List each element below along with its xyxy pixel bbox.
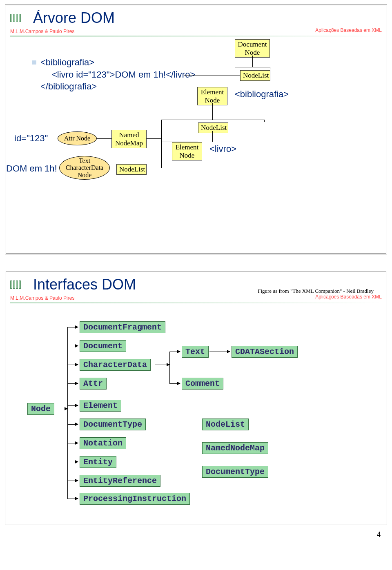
arrow xyxy=(67,499,78,499)
box-document-type-1: DocumentType xyxy=(80,419,146,430)
slide-interfaces-dom: Interfaces DOM Aplicações Baseadas em XM… xyxy=(5,271,387,525)
box-comment: Comment xyxy=(182,378,223,390)
bullet-icon xyxy=(32,60,36,65)
code-line-2: <livro id="123">DOM em 1h!</livro> xyxy=(40,69,195,81)
arrow xyxy=(209,352,230,352)
course-name: Aplicações Baseadas em XML xyxy=(315,27,382,33)
oval-text-node: TextCharacterDataNode xyxy=(59,156,110,180)
box-processing-instruction: ProcessingInstruction xyxy=(80,493,190,505)
box-entity: Entity xyxy=(80,456,116,468)
box-document: Document xyxy=(80,340,126,352)
connector xyxy=(67,327,68,499)
box-text: Text xyxy=(182,346,209,358)
label-id123: id="123" xyxy=(14,133,48,144)
oval-attr-node: Attr Node xyxy=(58,131,97,145)
connector xyxy=(252,56,253,67)
box-document-type-2: DocumentType xyxy=(202,466,268,478)
box-document-node: DocumentNode xyxy=(235,39,270,58)
box-element-livro: ElementNode xyxy=(172,142,202,160)
label-dom-em-1h: DOM em 1h! xyxy=(6,163,57,174)
arrow xyxy=(169,383,180,384)
connector xyxy=(235,67,270,67)
connector xyxy=(155,365,169,365)
box-nodelist-3: NodeList xyxy=(116,164,147,175)
slide1-byline: Aplicações Baseadas em XML M.L.M.Campos … xyxy=(6,27,386,36)
code-snippet: <bibliografia> <livro id="123">DOM em 1h… xyxy=(40,56,195,93)
arrow xyxy=(169,352,180,352)
slide1-header: Árvore DOM xyxy=(6,5,386,27)
connector xyxy=(161,142,162,168)
label-livro: <livro> xyxy=(209,144,236,154)
connector xyxy=(184,76,184,88)
arrow xyxy=(67,346,78,346)
box-node: Node xyxy=(27,403,54,415)
connector xyxy=(161,120,264,120)
box-named-node-map: NamedNodeMap xyxy=(202,442,268,454)
xml-logo-icon xyxy=(10,12,30,24)
box-entity-reference: EntityReference xyxy=(80,475,160,487)
slide2-byline: Aplicações Baseadas em XML M.L.M.Campos … xyxy=(6,294,386,302)
page-number: 4 xyxy=(377,530,381,539)
xml-logo-icon xyxy=(10,279,30,290)
slide1-title: Árvore DOM xyxy=(33,9,115,27)
connector xyxy=(147,168,161,168)
box-nodelist-2: NodeList xyxy=(198,122,228,133)
box-nodelist: NodeList xyxy=(202,419,249,430)
arrow xyxy=(67,365,78,365)
connector xyxy=(270,67,270,69)
box-character-data: CharacterData xyxy=(80,359,151,371)
slide1-diagram: <bibliografia> <livro id="123">DOM em 1h… xyxy=(6,37,386,245)
slide2-diagram: Figure as from "The XML Companion" - Nei… xyxy=(6,303,386,516)
box-attr: Attr xyxy=(80,378,107,390)
label-bibliografia: <bibliografia> xyxy=(235,89,289,100)
arrow xyxy=(67,443,78,443)
connector xyxy=(97,138,111,139)
connector xyxy=(235,67,235,69)
code-line-3: </bibliografia> xyxy=(40,80,195,93)
connector xyxy=(212,103,213,120)
connector xyxy=(184,76,240,76)
box-cdata-section: CDATASection xyxy=(232,346,298,358)
author-name: M.L.M.Campos & Paulo Pires xyxy=(10,295,74,301)
code-line-1: <bibliografia> xyxy=(40,56,195,69)
arrow xyxy=(67,462,78,462)
box-nodelist-1: NodeList xyxy=(240,70,270,81)
box-element: Element xyxy=(80,400,121,412)
arrow xyxy=(67,405,78,406)
connector xyxy=(110,168,116,168)
connector xyxy=(53,409,67,409)
arrow xyxy=(67,424,78,425)
author-name: M.L.M.Campos & Paulo Pires xyxy=(10,29,74,35)
slide2-title: Interfaces DOM xyxy=(33,276,136,293)
connector xyxy=(264,120,265,122)
box-element-bibliografia: ElementNode xyxy=(197,87,227,105)
box-notation: Notation xyxy=(80,437,126,449)
box-named-nodemap: NamedNodeMap xyxy=(111,130,147,148)
figure-attribution: Figure as from "The XML Companion" - Nei… xyxy=(258,288,374,294)
box-document-fragment: DocumentFragment xyxy=(80,321,165,333)
arrow xyxy=(67,481,78,481)
course-name: Aplicações Baseadas em XML xyxy=(315,294,382,300)
connector xyxy=(212,131,213,142)
arrow xyxy=(67,327,78,327)
code-snippet-row: <bibliografia> <livro id="123">DOM em 1h… xyxy=(32,56,195,93)
arrow xyxy=(67,383,78,384)
connector xyxy=(169,352,170,383)
slide-arvore-dom: Árvore DOM Aplicações Baseadas em XML M.… xyxy=(5,4,387,254)
connector xyxy=(147,138,161,139)
